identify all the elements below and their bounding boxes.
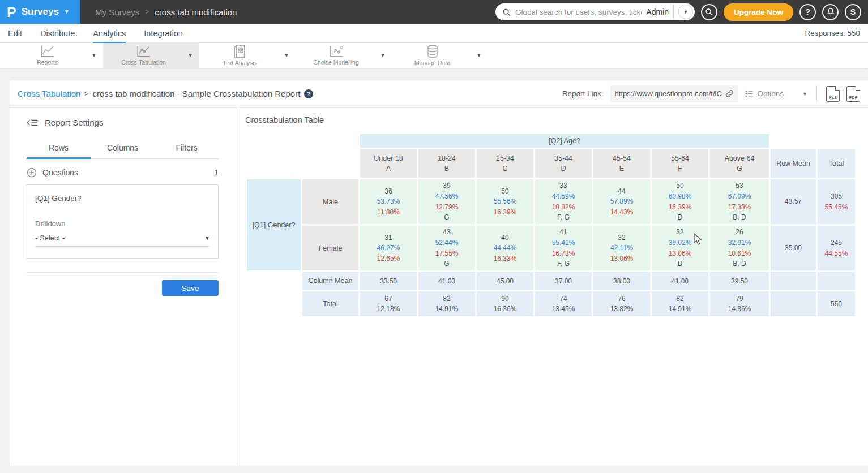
link-icon[interactable]	[725, 89, 734, 98]
nav-edit[interactable]: Edit	[8, 24, 22, 43]
questions-row: Questions 1	[27, 159, 219, 184]
toolbar-cross-tabulation-label: Cross-Tabulation	[121, 59, 166, 66]
toolbar-choice-modelling-label: Choice Modelling	[313, 59, 359, 66]
question-title: [Q1] Gender?	[35, 194, 210, 203]
database-icon	[426, 45, 439, 58]
report-link-label: Report Link:	[562, 89, 604, 98]
report-settings-title: Report Settings	[45, 118, 103, 127]
report-header: Cross Tabulation > cross tab modificatio…	[10, 80, 868, 108]
report-link-field	[610, 85, 738, 102]
help-button[interactable]: ?	[799, 4, 816, 20]
questions-label: Questions	[42, 168, 78, 177]
save-button[interactable]: Save	[162, 280, 219, 296]
crosstab-data-cell: 3146.27%12.65%	[360, 226, 417, 270]
reports-dropdown-caret[interactable]: ▼	[92, 53, 97, 58]
crosstab-data-cell: 3653.73%11.80%	[360, 179, 417, 224]
crosstab-table: [Q2] Age?Under 18A18-24B25-34C35-44D45-5…	[245, 132, 857, 318]
drilldown-select[interactable]: - Select - ▼	[35, 234, 210, 247]
toolbar-text-analysis[interactable]: Text Analysis ▼	[199, 43, 296, 68]
spacer-cell	[302, 134, 358, 148]
column-header: Above 64G	[710, 149, 769, 178]
toolbar-reports[interactable]: Reports ▼	[7, 43, 103, 68]
tab-rows[interactable]: Rows	[27, 139, 91, 159]
search-scope-dropdown[interactable]: ▼	[678, 5, 693, 19]
row-mean-cell: 43.57	[771, 179, 816, 224]
list-icon	[745, 89, 754, 98]
nav-integration[interactable]: Integration	[144, 24, 183, 43]
cross-tabulation-dropdown-caret[interactable]: ▼	[188, 53, 193, 58]
tab-columns[interactable]: Columns	[91, 139, 155, 159]
crosstab-data-cell: 2632.91%10.61%B, D	[710, 226, 769, 270]
column-total-cell: 9016.36%	[477, 291, 533, 316]
user-avatar[interactable]: S	[845, 4, 861, 20]
column-header: 35-44D	[535, 149, 592, 178]
questionpro-logo-icon: P	[7, 5, 16, 19]
toolbar-choice-modelling[interactable]: Choice Modelling ▼	[296, 43, 392, 68]
product-name: Surveys	[22, 6, 59, 18]
breadcrumb-my-surveys[interactable]: My Surveys	[95, 7, 139, 17]
toolbar-manage-data-label: Manage Data	[414, 59, 450, 66]
plus-circle-icon[interactable]	[27, 167, 37, 178]
spacer-cell	[771, 134, 816, 148]
column-mean-cell: 45.00	[477, 272, 533, 290]
text-analysis-dropdown-caret[interactable]: ▼	[284, 53, 289, 58]
column-mean-cell: 38.00	[593, 272, 650, 290]
breadcrumb-survey-name: cross tab modification	[155, 7, 237, 17]
options-button[interactable]: Options ▼	[745, 89, 807, 98]
tab-filters[interactable]: Filters	[155, 139, 219, 159]
search-icon	[705, 8, 713, 16]
divider	[27, 272, 219, 273]
line-chart-icon	[40, 45, 55, 58]
nav-analytics[interactable]: Analytics	[93, 24, 126, 43]
search-scope-admin[interactable]: Admin	[646, 7, 669, 16]
column-mean-label: Column Mean	[302, 272, 358, 290]
report-link-input[interactable]	[615, 89, 722, 98]
global-search-input[interactable]	[515, 8, 642, 16]
report-title: cross tab modification - Sample Crosstab…	[92, 89, 300, 98]
spacer-cell	[247, 272, 301, 290]
chevron-down-icon: ▼	[64, 9, 70, 15]
notifications-button[interactable]	[822, 4, 839, 20]
collapse-panel-icon[interactable]	[27, 118, 38, 127]
spacer-cell	[818, 134, 855, 148]
row-total-cell: 24544.55%	[818, 226, 855, 270]
crosstab-data-cell: 4155.41%16.73%F, G	[535, 226, 592, 270]
choice-modelling-dropdown-caret[interactable]: ▼	[380, 53, 386, 58]
drilldown-selected-value: - Select -	[35, 234, 65, 242]
row-total-cell: 30555.45%	[818, 179, 855, 224]
toolbar-reports-label: Reports	[37, 59, 58, 66]
export-xls-button[interactable]: XLS	[826, 86, 840, 102]
total-row-label: Total	[302, 291, 358, 316]
spacer-cell	[247, 134, 301, 148]
upgrade-now-button[interactable]: Upgrade Now	[724, 3, 793, 21]
export-pdf-button[interactable]: PDF	[846, 86, 860, 102]
manage-data-dropdown-caret[interactable]: ▼	[477, 53, 482, 58]
topbar-breadcrumb: My Surveys > cross tab modification	[95, 7, 237, 17]
grand-total-cell: 550	[818, 291, 855, 316]
options-dropdown-caret[interactable]: ▼	[802, 91, 807, 97]
column-header: Under 18A	[360, 149, 417, 178]
search-button[interactable]	[701, 4, 717, 20]
spacer-cell	[302, 149, 358, 178]
column-mean-cell: 41.00	[652, 272, 708, 290]
crosstab-data-cell: 4352.44%17.55%G	[418, 226, 475, 270]
surveys-product-switcher[interactable]: P Surveys ▼	[0, 0, 80, 24]
column-total-cell: 7613.82%	[593, 291, 650, 316]
toolbar-text-analysis-label: Text Analysis	[223, 59, 257, 66]
column-header: 25-34C	[477, 149, 533, 178]
nav-distribute[interactable]: Distribute	[40, 24, 75, 43]
summary-column-header: Total	[818, 149, 855, 178]
questions-count: 1	[214, 168, 219, 177]
row-mean-cell: 35.00	[771, 226, 816, 270]
toolbar-manage-data[interactable]: Manage Data ▼	[392, 43, 488, 68]
report-help-icon[interactable]: ?	[304, 89, 313, 98]
column-mean-cell: 37.00	[535, 272, 592, 290]
search-icon	[502, 8, 511, 16]
column-question-banner: [Q2] Age?	[360, 134, 769, 148]
toolbar-cross-tabulation[interactable]: Cross-Tabulation ▼	[103, 43, 199, 68]
cross-tabulation-link[interactable]: Cross Tabulation	[18, 89, 80, 98]
column-mean-cell: 39.50	[710, 272, 769, 290]
crosstab-section: Crosstabulation Table [Q2] Age?Under 18A…	[236, 108, 868, 466]
options-label: Options	[758, 89, 784, 98]
empty-summary-cell	[818, 272, 855, 290]
